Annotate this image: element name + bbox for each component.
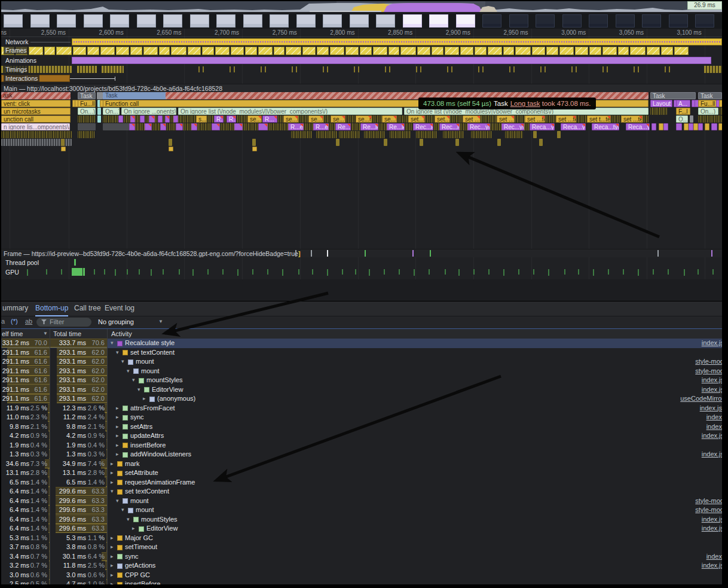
frame-duration-badge[interactable]: 26.9 ms	[687, 1, 722, 10]
frame-item-partial[interactable]	[130, 47, 142, 55]
flame-fragment[interactable]	[118, 115, 123, 123]
filmstrip-frame[interactable]	[190, 14, 209, 28]
source-link[interactable]: index.js	[702, 339, 722, 348]
flame-fragment[interactable]	[61, 139, 65, 146]
frame-item-partial[interactable]	[143, 47, 158, 55]
source-link[interactable]: index.js	[702, 376, 722, 385]
flame-fragment[interactable]	[689, 123, 693, 130]
flame-fragment[interactable]	[690, 115, 693, 123]
flame-bar[interactable]: Task	[650, 92, 696, 99]
table-row[interactable]: 6.4 ms1.4 %299.6 ms63.3 %▾set textConten…	[1, 487, 722, 496]
flame-fragment[interactable]	[443, 131, 464, 138]
activity-label[interactable]: setAttrs	[130, 422, 152, 432]
table-row[interactable]: 6.5 ms1.4 %6.5 ms1.4 %▸requestAnimationF…	[1, 478, 722, 488]
filmstrip-frame[interactable]	[429, 14, 448, 28]
filmstrip-frame[interactable]	[243, 14, 262, 28]
flame-bar[interactable]: R...	[227, 115, 236, 123]
flame-bar[interactable]: set ...ent	[463, 115, 481, 123]
frame-item-partial[interactable]	[400, 47, 416, 55]
activity-label[interactable]: sync	[125, 552, 139, 562]
grouping-dropdown-arrow[interactable]: ▼	[158, 319, 163, 324]
flame-fragment[interactable]	[650, 108, 667, 115]
source-link[interactable]: style-mod	[695, 367, 722, 376]
flame-bar[interactable]: set...nt	[435, 115, 450, 123]
source-link[interactable]: index.js	[702, 385, 722, 395]
table-row[interactable]: 3.4 ms0.7 %30.1 ms6.4 %▸syncindex.	[1, 552, 722, 562]
table-row[interactable]: 13.1 ms2.8 %13.1 ms2.8 %▸setAttribute	[1, 468, 722, 478]
flame-fragment[interactable]	[169, 147, 173, 151]
filmstrip-frame[interactable]	[163, 14, 182, 28]
activity-label[interactable]: (anonymous)	[157, 394, 195, 404]
flame-bar[interactable]: se...t	[331, 115, 345, 123]
tab-bottom-up[interactable]: Bottom-up	[35, 301, 68, 316]
activity-label[interactable]: setAttribute	[125, 468, 158, 478]
activity-label[interactable]: setTimeout	[125, 543, 157, 552]
flame-fragment[interactable]	[698, 115, 722, 123]
flame-bar[interactable]: se...t	[247, 115, 262, 123]
collapse-arrow-icon[interactable]: ▸	[111, 459, 114, 469]
flame-bar[interactable]: se...t	[308, 115, 323, 123]
frames-track[interactable]	[1, 47, 722, 55]
source-link[interactable]: index.js:	[700, 404, 722, 413]
filmstrip-frame[interactable]	[270, 14, 289, 28]
flame-fragment[interactable]	[78, 131, 94, 138]
track-label-animations[interactable]: Animations	[4, 57, 38, 65]
collapse-arrow-icon[interactable]: ▸	[111, 580, 114, 584]
source-link[interactable]: index.js	[702, 450, 722, 459]
column-separator[interactable]	[107, 329, 108, 584]
table-row[interactable]: 291.1 ms61.6 %293.1 ms62.0 %▾mountStyles…	[1, 376, 722, 385]
flame-fragment[interactable]	[165, 115, 170, 123]
flame-bar[interactable]: Layout	[650, 100, 672, 107]
frame-item-partial[interactable]	[44, 47, 55, 55]
table-row[interactable]: 3.0 ms0.6 %3.0 ms0.6 %▸CPP GC	[1, 571, 722, 580]
flame-bar[interactable]: Re...le	[387, 123, 405, 130]
activity-label[interactable]: mount	[136, 505, 154, 515]
filmstrip-frame[interactable]	[4, 14, 23, 28]
flame-bar[interactable]: R...	[214, 115, 224, 123]
frame-item-partial[interactable]	[29, 47, 43, 55]
table-row[interactable]: 291.1 ms61.6 %293.1 ms62.0 %▾mountstyle-…	[1, 357, 722, 367]
filmstrip-frame[interactable]	[376, 14, 395, 28]
frame-item-partial[interactable]	[330, 47, 344, 55]
track-label-thread-pool[interactable]: Thread pool	[4, 259, 41, 267]
activity-label[interactable]: attrsFromFacet	[130, 404, 175, 413]
frame-item-partial[interactable]	[602, 47, 617, 55]
filmstrip-frame[interactable]	[482, 14, 501, 28]
flame-bar[interactable]: Rec...yle	[467, 123, 490, 130]
activity-label[interactable]: mount	[130, 496, 149, 506]
flame-fragment[interactable]	[557, 131, 561, 138]
flame-fragment[interactable]	[176, 123, 183, 130]
flame-bar[interactable]: se...nt	[382, 115, 397, 123]
filmstrip-frame[interactable]	[642, 14, 661, 28]
source-link[interactable]: index.js	[702, 524, 722, 534]
flame-bar[interactable]: On...)	[103, 108, 120, 115]
collapse-arrow-icon[interactable]: ▸	[116, 413, 119, 422]
flame-fragment[interactable]	[316, 131, 337, 138]
collapse-arrow-icon[interactable]: ▸	[116, 441, 119, 450]
activity-label[interactable]: mark	[125, 459, 139, 469]
flame-bar[interactable]: F...l	[676, 108, 690, 115]
frame-item-partial[interactable]	[515, 47, 531, 55]
filmstrip-frame[interactable]	[695, 14, 714, 28]
frame-item-partial[interactable]	[116, 47, 129, 55]
flame-fragment[interactable]	[129, 123, 135, 130]
frame-item-partial[interactable]	[546, 47, 558, 55]
source-link[interactable]: index.js	[702, 431, 722, 441]
source-link[interactable]: index.js	[702, 515, 722, 525]
flame-fragment[interactable]	[78, 115, 96, 123]
activity-label[interactable]: addWindowListeners	[130, 450, 191, 459]
flame-fragment[interactable]	[390, 131, 411, 138]
track-label-timings[interactable]: Timings	[4, 66, 29, 74]
flame-fragment[interactable]	[384, 139, 387, 146]
table-row[interactable]: 5.3 ms1.1 %5.3 ms1.1 %▸Major GC	[1, 534, 722, 543]
flame-bar[interactable]: R...e	[313, 123, 329, 130]
flame-fragment[interactable]	[684, 123, 689, 130]
frame-item-partial[interactable]	[661, 47, 673, 55]
flame-fragment[interactable]	[698, 123, 703, 130]
flame-bar[interactable]: Rec...le	[439, 123, 460, 130]
flame-fragment[interactable]	[336, 139, 339, 146]
collapse-arrow-icon[interactable]: ▸	[111, 552, 114, 562]
frame-item-partial[interactable]	[389, 47, 399, 55]
activity-label[interactable]: sync	[130, 413, 144, 422]
table-row[interactable]: 6.4 ms1.4 %299.6 ms63.3 %▾mountStylesind…	[1, 515, 722, 525]
